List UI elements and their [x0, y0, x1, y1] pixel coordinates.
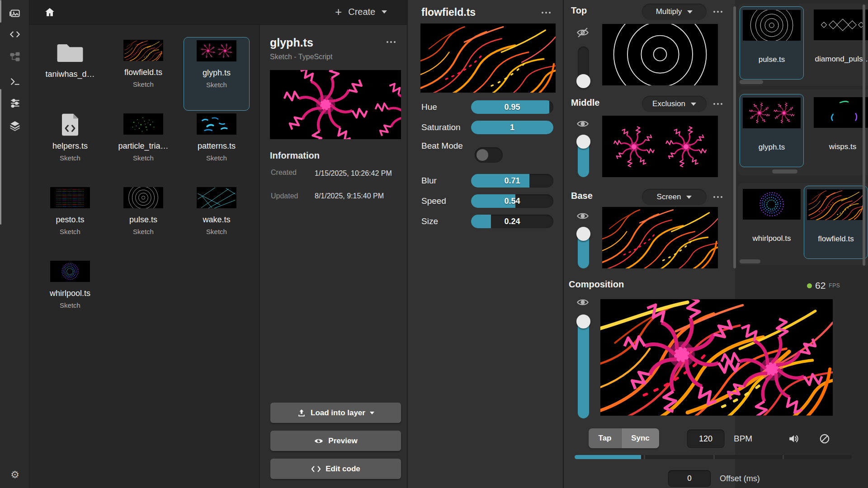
size-value: 0.24 — [471, 215, 553, 228]
sketch-thumbnail-flowfield — [123, 40, 163, 61]
bpm-input[interactable] — [686, 429, 725, 449]
visibility-off-icon-top[interactable] — [576, 26, 589, 39]
bins-scrollbar[interactable] — [863, 5, 865, 266]
layer-menu-icon-top[interactable] — [713, 11, 722, 13]
speed-slider[interactable]: 0.54 — [471, 194, 553, 208]
file-item[interactable]: wake.ts Sketch — [184, 184, 250, 258]
file-item[interactable]: patterns.ts Sketch — [184, 111, 250, 184]
home-icon[interactable] — [44, 6, 56, 18]
file-item[interactable]: flowfield.ts Sketch — [110, 37, 176, 111]
beat-progress-bar[interactable] — [575, 455, 852, 459]
terminal-icon[interactable] — [8, 75, 22, 88]
file-item[interactable]: pesto.ts Sketch — [37, 184, 103, 258]
blend-mode-select-top[interactable]: Multiply — [642, 4, 707, 20]
size-slider[interactable]: 0.24 — [471, 215, 553, 228]
sketch-detail-panel: glyph.ts Sketch - TypeScript Information… — [259, 25, 407, 488]
file-item[interactable]: helpers.ts Sketch — [37, 111, 103, 184]
offset-input[interactable] — [667, 469, 712, 488]
composition-opacity-slider[interactable] — [578, 315, 589, 418]
sketch-thumbnail-pulse — [123, 187, 163, 208]
tap-button[interactable]: Tap — [589, 428, 621, 448]
layer-opacity-slider-base[interactable] — [578, 228, 589, 268]
preview-label: Preview — [328, 436, 357, 446]
layer-menu-icon-middle[interactable] — [713, 103, 722, 105]
mixer-sliders-icon[interactable] — [8, 96, 22, 110]
load-into-layer-button[interactable]: Load into layer — [270, 403, 401, 423]
bin-scrollbar[interactable] — [740, 80, 763, 84]
file-type: Sketch — [110, 228, 176, 235]
beat-mode-toggle[interactable] — [475, 147, 503, 163]
visibility-icon-composition[interactable] — [576, 296, 589, 309]
bin-card-name: pulse.ts — [740, 55, 803, 64]
disable-ban-icon[interactable] — [819, 433, 830, 445]
bin-card-selected[interactable]: glyph.ts — [740, 94, 804, 167]
bin-card-selected[interactable]: flowfield.ts — [804, 186, 868, 259]
chevron-down-icon — [691, 103, 696, 106]
file-item[interactable]: particle_tria… Sketch — [110, 111, 176, 184]
sketch-thumbnail-pesto — [50, 187, 90, 208]
file-grid: taniwhas_d… flowfield.ts Sketch glyph.ts… — [37, 37, 252, 332]
media-library-icon[interactable] — [8, 7, 22, 20]
file-item[interactable]: whirlpool.ts Sketch — [37, 258, 103, 332]
bin-card[interactable]: whirlpool.ts — [740, 186, 804, 259]
saturation-slider[interactable]: 1 — [471, 121, 553, 134]
bin-scrollbar[interactable] — [772, 169, 797, 174]
sketch-thumbnail-patterns — [197, 113, 236, 135]
visibility-icon-middle[interactable] — [576, 117, 589, 130]
blend-mode-select-base[interactable]: Screen — [642, 189, 707, 205]
audio-volume-icon[interactable] — [788, 433, 800, 445]
layer-menu-icon-base[interactable] — [713, 196, 722, 198]
layer-opacity-slider-middle[interactable] — [578, 136, 589, 177]
detail-title: glyph.ts — [270, 36, 313, 49]
file-item-selected[interactable]: glyph.ts Sketch — [184, 37, 250, 111]
slider-knob — [576, 135, 590, 149]
bin-card[interactable]: wisps.ts — [811, 94, 868, 167]
sidebar-active-indicator — [0, 0, 1, 23]
slider-knob — [576, 314, 590, 328]
blur-slider[interactable]: 0.71 — [471, 174, 553, 188]
bin-card-name: wisps.ts — [811, 142, 868, 151]
control-label-saturation: Saturation — [421, 121, 461, 134]
chevron-down-icon — [687, 10, 693, 14]
file-type: Sketch — [184, 228, 250, 235]
file-item-folder[interactable]: taniwhas_d… — [37, 37, 103, 111]
beat-divider — [713, 455, 715, 459]
node-tree-icon[interactable] — [8, 50, 22, 64]
blur-value: 0.71 — [471, 174, 553, 188]
blend-mode-select-middle[interactable]: Exclusion — [642, 96, 707, 112]
bin-card[interactable]: diamond_puls… — [811, 6, 868, 80]
sketch-thumbnail-whirlpool — [50, 261, 90, 282]
properties-overflow-menu-icon[interactable] — [542, 12, 551, 14]
bin-scrollbar[interactable] — [740, 259, 760, 263]
layer-thumbnail-middle — [602, 116, 718, 177]
sidebar-scroll-indicator — [0, 89, 1, 225]
sync-button[interactable]: Sync — [621, 428, 659, 448]
sketch-bin-base: whirlpool.ts flowfield.ts — [738, 183, 868, 265]
preview-button[interactable]: Preview — [270, 431, 401, 451]
hue-slider[interactable]: 0.95 — [471, 100, 553, 114]
layer-thumbnail-top — [602, 24, 718, 85]
toggle-knob — [476, 149, 488, 161]
speed-value: 0.54 — [471, 194, 553, 208]
settings-gear-icon[interactable]: ⚙ — [8, 468, 22, 482]
detail-overflow-menu-icon[interactable] — [387, 41, 396, 43]
layers-icon[interactable] — [8, 119, 22, 132]
hue-value: 0.95 — [471, 100, 553, 114]
edit-code-button[interactable]: Edit code — [270, 459, 401, 479]
file-item[interactable]: pulse.ts Sketch — [110, 184, 176, 258]
sketch-thumbnail-whirlpool — [743, 189, 801, 220]
layer-opacity-slider-top[interactable] — [578, 47, 589, 87]
file-type: Sketch — [110, 154, 176, 162]
layers-scrollbar[interactable] — [733, 6, 736, 268]
file-name: pesto.ts — [37, 215, 103, 225]
load-into-layer-label: Load into layer — [311, 408, 365, 418]
sketch-thumbnail-wisps — [814, 97, 868, 128]
code-icon[interactable] — [8, 28, 22, 41]
visibility-icon-base[interactable] — [576, 210, 589, 222]
create-button[interactable]: + Create — [335, 5, 387, 18]
layer-name-top: Top — [571, 5, 587, 16]
bin-card-selected[interactable]: pulse.ts — [740, 6, 804, 80]
detail-subtitle: Sketch - TypeScript — [270, 53, 332, 61]
offset-label: Offset (ms) — [720, 469, 760, 488]
file-name: pulse.ts — [110, 215, 176, 225]
